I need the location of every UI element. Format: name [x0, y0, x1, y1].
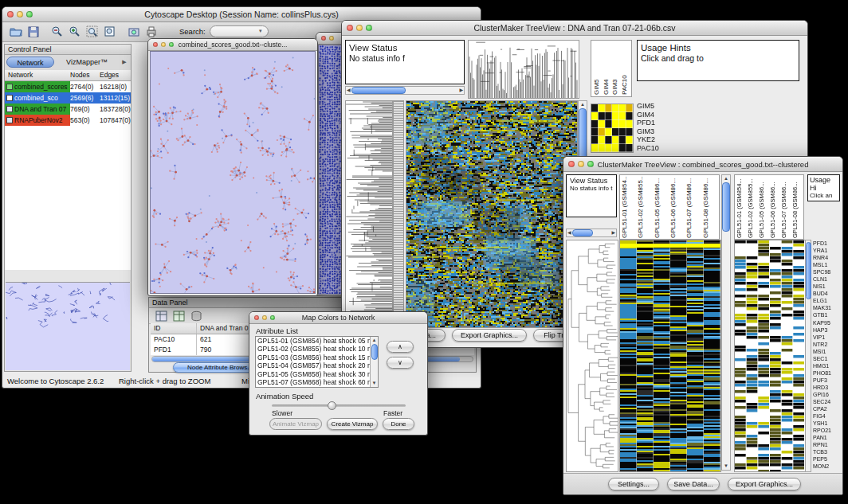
- snapshot-icon[interactable]: [125, 24, 143, 40]
- export-graphics-button[interactable]: Export Graphics...: [728, 478, 801, 490]
- zoom-fit-icon[interactable]: [84, 24, 101, 40]
- scroll-up-icon[interactable]: ▲: [579, 101, 586, 108]
- vscroll-thumb[interactable]: [806, 242, 811, 299]
- list-vscrollbar[interactable]: ▲ ▼: [370, 337, 378, 387]
- birdseye-view[interactable]: [6, 282, 130, 370]
- close-icon[interactable]: [254, 315, 259, 320]
- zoom-selected-icon[interactable]: [101, 24, 119, 40]
- network-attributes-icon[interactable]: [187, 308, 205, 324]
- scroll-down-icon[interactable]: ▼: [723, 463, 729, 470]
- hscrollbar[interactable]: ◀ ▶: [345, 86, 465, 95]
- network-row[interactable]: RNAPuberNov2 563(0) 107847(0): [5, 115, 131, 126]
- scroll-left-icon[interactable]: ◀: [346, 87, 351, 94]
- zoom-in-icon[interactable]: [66, 24, 84, 40]
- close-icon[interactable]: [153, 42, 158, 47]
- hscroll-thumb[interactable]: [572, 229, 594, 236]
- tab-overflow-arrow-icon[interactable]: ▶: [120, 57, 129, 68]
- zoom-window-icon[interactable]: [366, 25, 372, 31]
- attribute-listbox[interactable]: GPL51-01 (GSM854) heat shock 05 minGPL51…: [255, 336, 379, 388]
- move-down-button[interactable]: ∨: [387, 357, 414, 369]
- minimize-icon[interactable]: [161, 42, 166, 47]
- zoom-window-icon[interactable]: [270, 315, 275, 320]
- settings-button[interactable]: Settings...: [608, 478, 659, 490]
- col-edges[interactable]: Edges: [100, 70, 131, 80]
- animation-speed-slider[interactable]: [272, 404, 406, 407]
- zoom-out-icon[interactable]: [49, 24, 66, 40]
- col-network[interactable]: Network: [5, 70, 70, 80]
- dna-heatmap-canvas[interactable]: [406, 100, 578, 328]
- close-icon[interactable]: [568, 161, 575, 167]
- minimize-icon[interactable]: [262, 315, 267, 320]
- edge-attributes-icon[interactable]: [170, 308, 187, 324]
- open-folder-icon[interactable]: [7, 24, 25, 40]
- vscroll-thumb[interactable]: [371, 344, 378, 360]
- network-row-selected[interactable]: combined_sco 2569(6) 13112(15): [5, 92, 131, 104]
- minimize-icon[interactable]: [17, 11, 23, 18]
- row-index-strip: [393, 100, 404, 328]
- scroll-down-icon[interactable]: ▼: [371, 380, 378, 387]
- network-row[interactable]: combined_scores 2764(0) 16218(0): [5, 81, 131, 92]
- zoom-window-icon[interactable]: [26, 11, 33, 18]
- network-graph-canvas[interactable]: [150, 51, 316, 294]
- attribute-item[interactable]: GPL51-03 (GSM856) heat shock 15 min: [256, 354, 370, 361]
- tab-vizmapper[interactable]: VizMapper™: [57, 57, 116, 68]
- scroll-up-icon[interactable]: ▲: [723, 175, 729, 182]
- network-table: Network Nodes Edges combined_scores 2764…: [5, 70, 131, 270]
- array-dendrogram-canvas[interactable]: [468, 40, 579, 99]
- attribute-item[interactable]: GPL51-04 (GSM857) heat shock 20 min: [256, 361, 370, 369]
- dialog-titlebar[interactable]: Map Colors to Network: [249, 312, 427, 324]
- col-nodes[interactable]: Nodes: [70, 70, 100, 80]
- zoom-heatmap-canvas[interactable]: [734, 240, 806, 472]
- print-icon[interactable]: [143, 24, 160, 40]
- gene-dendrogram-canvas[interactable]: [566, 240, 618, 472]
- control-panel-tabs: Network VizMapper™ ▶: [5, 55, 131, 71]
- hscroll-thumb[interactable]: [351, 87, 406, 94]
- minimize-icon[interactable]: [356, 25, 363, 31]
- array-column-label: GPL51-06 (GSM86...: [669, 176, 685, 238]
- vscroll-thumb[interactable]: [722, 182, 730, 232]
- minimize-icon[interactable]: [329, 36, 334, 41]
- minimize-icon[interactable]: [578, 161, 584, 167]
- id-column-header[interactable]: ID: [151, 323, 197, 334]
- scroll-left-icon[interactable]: ◀: [567, 229, 572, 236]
- gene-dendrogram-canvas[interactable]: [345, 100, 393, 328]
- close-icon[interactable]: [347, 25, 353, 31]
- save-data-button[interactable]: Save Data...: [667, 478, 720, 490]
- vscrollbar[interactable]: ▲ ▼: [721, 174, 731, 471]
- treeview-dna-titlebar[interactable]: ClusterMaker TreeView : DNA and Tran 07-…: [342, 21, 807, 36]
- attribute-item[interactable]: GPL51-01 (GSM854) heat shock 05 min: [256, 337, 370, 345]
- move-up-button[interactable]: ∧: [387, 341, 414, 353]
- close-icon[interactable]: [7, 11, 14, 18]
- global-heatmap-canvas[interactable]: [619, 240, 721, 472]
- attribute-item[interactable]: GPL51-07 (GSM868) heat shock 60 min: [256, 378, 370, 386]
- search-dropdown-icon[interactable]: ▾: [259, 28, 262, 34]
- zoom-matrix-canvas[interactable]: [591, 104, 634, 153]
- control-panel-header: Control Panel: [5, 45, 131, 55]
- gene-label: SEC24: [813, 398, 840, 405]
- treeview-button-bar: Settings... Save Data... Export Graphics…: [563, 473, 842, 494]
- treeview-combined-titlebar[interactable]: ClusterMaker TreeView : combined_scores_…: [563, 157, 842, 172]
- zoom-window-icon[interactable]: [587, 161, 594, 167]
- tab-network[interactable]: Network: [6, 57, 54, 68]
- close-icon[interactable]: [321, 36, 326, 41]
- hscrollbar[interactable]: ◀ ▶: [566, 229, 617, 237]
- export-graphics-button[interactable]: Export Graphics...: [452, 329, 527, 342]
- scroll-up-icon[interactable]: ▲: [371, 337, 378, 344]
- column-label: GIM3: [611, 42, 621, 95]
- network-view-titlebar[interactable]: combined_scores_good.txt--cluste...: [148, 39, 317, 51]
- scroll-right-icon[interactable]: ▶: [458, 87, 464, 94]
- slider-thumb[interactable]: [328, 401, 336, 410]
- done-button[interactable]: Done: [383, 418, 414, 430]
- gene-label: MON2: [813, 463, 840, 470]
- animate-vizmap-button[interactable]: Animate Vizmap: [269, 418, 322, 430]
- node-attributes-icon[interactable]: [152, 308, 170, 324]
- attribute-item[interactable]: GPL51-05 (GSM858) heat shock 30 min: [256, 370, 370, 378]
- save-icon[interactable]: [25, 24, 42, 40]
- usage-hints-text: Click an: [810, 192, 838, 199]
- gene-scrollbar[interactable]: [805, 240, 811, 472]
- attribute-item[interactable]: GPL51-02 (GSM855) heat shock 10 min: [256, 345, 370, 353]
- network-row[interactable]: DNA and Tran 07 769(0) 183728(0): [5, 104, 131, 115]
- zoom-window-icon[interactable]: [169, 42, 174, 47]
- scroll-right-icon[interactable]: ▶: [610, 229, 616, 236]
- create-vizmap-button[interactable]: Create Vizmap: [327, 418, 378, 430]
